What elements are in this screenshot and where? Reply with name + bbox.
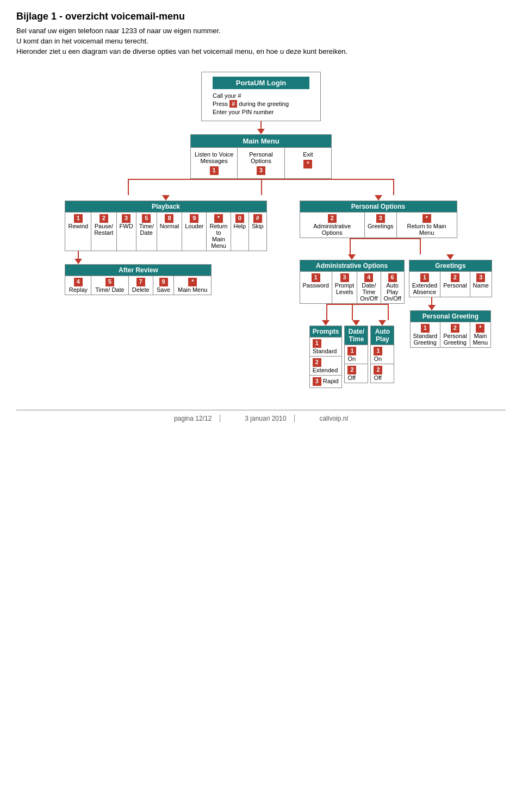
level-2: Playback 1Rewind 2Pause/ Restart 3FWD 5T… <box>16 195 506 388</box>
po-branch-connector <box>300 238 457 254</box>
prompts-title: Prompts <box>309 326 342 338</box>
admin-options-title: Administrative Options <box>300 260 404 272</box>
ao-sub-boxes: Prompts 1 Standard 2 Extended 3 Rapid Da… <box>309 320 395 388</box>
datetime-table: Date/ Time 1 On 2 Off <box>344 326 368 383</box>
playback-col: Playback 1Rewind 2Pause/ Restart 3FWD 5T… <box>65 195 266 295</box>
menu-item-exit: Exit * <box>285 148 331 178</box>
main-menu-box: Main Menu Listen to Voice Messages 1 Per… <box>190 134 332 179</box>
branch-connector-1 <box>76 179 446 195</box>
personal-options-table: Personal Options 2Administrative Options… <box>300 201 457 238</box>
arrow-playback-to-afterreview <box>74 251 82 264</box>
footer: pagina 12/12 3 januari 2010 callvoip.nl <box>16 410 506 422</box>
greetings-title: Greetings <box>409 260 492 272</box>
admin-options-col: Administrative Options 1Password 3Prompt… <box>300 254 405 388</box>
diagram: PortaUM Login Call your # Press # during… <box>16 72 506 388</box>
arrow-greetings-to-pg <box>428 297 436 310</box>
playback-table: Playback 1Rewind 2Pause/ Restart 3FWD 5T… <box>65 201 266 251</box>
prompts-table: Prompts 1 Standard 2 Extended 3 Rapid <box>309 326 343 388</box>
after-review-title: After Review <box>65 265 212 276</box>
arrow-login-to-main <box>257 121 265 134</box>
login-box: PortaUM Login Call your # Press # during… <box>201 72 321 121</box>
admin-options-table: Administrative Options 1Password 3Prompt… <box>300 260 405 304</box>
main-menu-title: Main Menu <box>191 135 331 147</box>
personal-options-title: Personal Options <box>300 201 457 213</box>
footer-date: 3 januari 2010 <box>237 415 295 422</box>
autoplay-title: Auto Play <box>371 326 394 345</box>
after-review-table: After Review 4Replay 5Time/ Date 7Delete… <box>65 264 212 295</box>
datetime-title: Date/ Time <box>345 326 368 345</box>
po-sub-row: Administrative Options 1Password 3Prompt… <box>300 254 457 388</box>
menu-item-listen: Listen to Voice Messages 1 <box>191 148 238 178</box>
greetings-col: Greetings 1Extended Absence 2Personal 3N… <box>409 254 492 348</box>
after-review-wrapper: After Review 4Replay 5Time/ Date 7Delete… <box>65 264 212 295</box>
login-title: PortaUM Login <box>213 77 309 89</box>
footer-site: callvoip.nl <box>311 415 356 422</box>
intro-text: Bel vanaf uw eigen telefoon naar 1233 of… <box>16 27 506 55</box>
hash-badge: # <box>229 100 237 108</box>
ao-branch-connector <box>306 304 398 320</box>
greetings-table: Greetings 1Extended Absence 2Personal 3N… <box>409 260 492 297</box>
autoplay-table: Auto Play 1 On 2 Off <box>370 326 394 383</box>
menu-item-personal: Personal Options 3 <box>238 148 284 178</box>
footer-page: pagina 12/12 <box>166 415 220 422</box>
personal-greeting-title: Personal Greeting <box>410 311 491 322</box>
personal-options-col: Personal Options 2Administrative Options… <box>300 195 457 388</box>
personal-greeting-table: Personal Greeting 1Standard Greeting 2Pe… <box>410 310 492 348</box>
playback-title: Playback <box>65 201 266 213</box>
page-title: Bijlage 1 - overzicht voicemail-menu <box>16 11 506 22</box>
